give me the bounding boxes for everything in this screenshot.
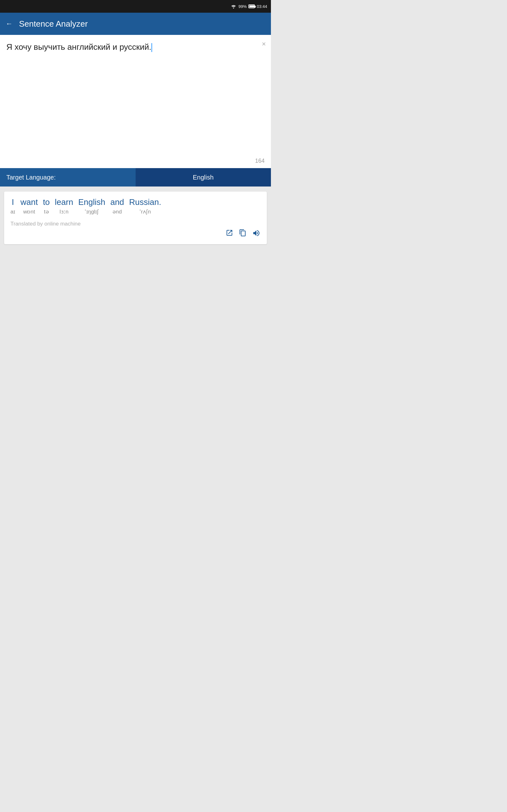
word-phonetic: lɜːn bbox=[60, 208, 68, 215]
speaker-button[interactable] bbox=[252, 229, 261, 239]
word-block: learnlɜːn bbox=[55, 197, 73, 215]
clear-button[interactable]: × bbox=[262, 40, 266, 48]
status-bar-right: 99% 03:44 bbox=[231, 4, 267, 9]
word-english: to bbox=[43, 197, 50, 207]
target-language-value[interactable]: English bbox=[135, 168, 271, 187]
time-display: 03:44 bbox=[257, 4, 267, 9]
status-bar: 99% 03:44 bbox=[0, 0, 271, 13]
word-block: Englishˈɪŋglɪʃ bbox=[78, 197, 105, 215]
input-area[interactable]: Я хочу выучить английский и русский. × 1… bbox=[0, 35, 271, 168]
text-cursor bbox=[152, 43, 152, 52]
char-count: 164 bbox=[255, 158, 265, 164]
input-text-content: Я хочу выучить английский и русский. bbox=[6, 42, 151, 52]
input-text[interactable]: Я хочу выучить английский и русский. bbox=[6, 41, 252, 53]
word-block: andənd bbox=[110, 197, 124, 215]
word-phonetic: ənd bbox=[112, 208, 122, 215]
word-english: want bbox=[20, 197, 38, 207]
word-english: Russian. bbox=[129, 197, 161, 207]
target-language-bar[interactable]: Target Language: English bbox=[0, 168, 271, 187]
target-language-label: Target Language: bbox=[0, 168, 135, 187]
translation-card: IaɪwantwɒnttotəlearnlɜːnEnglishˈɪŋglɪʃan… bbox=[4, 192, 267, 244]
open-external-button[interactable] bbox=[226, 229, 233, 239]
word-phonetic: aɪ bbox=[10, 208, 15, 215]
battery-icon bbox=[248, 4, 255, 8]
app-title: Sentence Analyzer bbox=[19, 19, 88, 29]
word-english: English bbox=[78, 197, 105, 207]
word-block: Iaɪ bbox=[10, 197, 15, 215]
copy-button[interactable] bbox=[239, 229, 246, 239]
word-phonetic: ˈrʌʃn bbox=[139, 208, 151, 215]
word-phonetic: tə bbox=[44, 208, 49, 215]
translation-words-line: IaɪwantwɒnttotəlearnlɜːnEnglishˈɪŋglɪʃan… bbox=[10, 197, 261, 217]
translated-by-label: Translated by online machine bbox=[10, 221, 261, 227]
wifi-icon bbox=[231, 4, 236, 9]
card-actions bbox=[10, 229, 261, 239]
back-button[interactable]: ← bbox=[6, 20, 13, 28]
app-bar: ← Sentence Analyzer bbox=[0, 13, 271, 35]
word-english: learn bbox=[55, 197, 73, 207]
word-english: and bbox=[110, 197, 124, 207]
word-block: wantwɒnt bbox=[20, 197, 38, 215]
svg-point-0 bbox=[233, 8, 234, 9]
bottom-area bbox=[0, 249, 271, 408]
word-block: Russian.ˈrʌʃn bbox=[129, 197, 161, 215]
word-phonetic: wɒnt bbox=[23, 208, 35, 215]
battery-percentage: 99% bbox=[238, 4, 246, 9]
word-phonetic: ˈɪŋglɪʃ bbox=[84, 208, 99, 215]
word-english: I bbox=[12, 197, 14, 207]
word-block: totə bbox=[43, 197, 50, 215]
